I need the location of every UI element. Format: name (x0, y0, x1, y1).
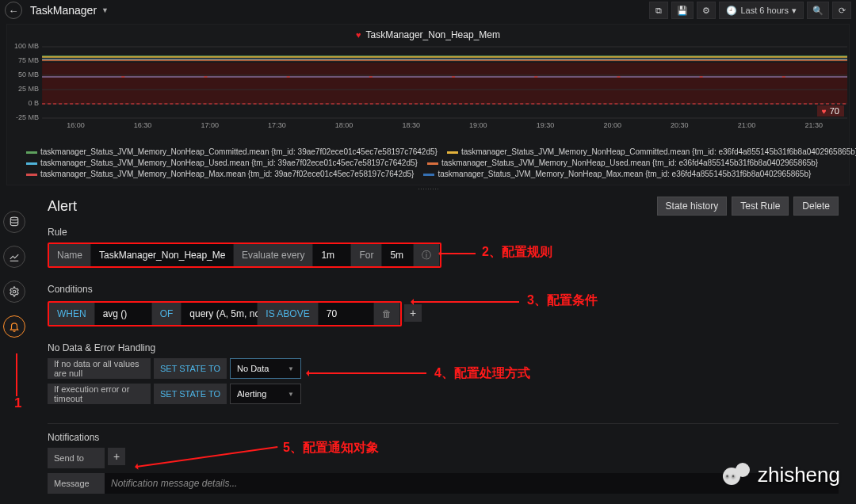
tab-visualization[interactable] (3, 246, 25, 268)
legend-swatch (427, 162, 438, 165)
annotation-5: 5、配置通知对象 (283, 440, 379, 456)
for-field[interactable] (390, 250, 405, 261)
svg-text:16:30: 16:30 (134, 121, 152, 129)
error-select[interactable]: Alerting ▼ (230, 384, 301, 404)
conditions-highlight-box: WHEN avg () OF query (A, 5m, now) IS ABO… (48, 301, 402, 326)
svg-point-33 (13, 290, 16, 293)
annotation-3: 3、配置条件 (527, 292, 598, 309)
time-range-picker[interactable]: 🕘 Last 6 hours ▾ (719, 2, 804, 19)
notifications-title: Notifications (48, 423, 839, 448)
annotation-2: 2、配置规则 (482, 244, 552, 261)
watermark-text: zhisheng (758, 463, 840, 487)
svg-point-32 (10, 217, 17, 220)
save-button[interactable]: 💾 (671, 2, 694, 19)
arrow-4 (308, 372, 426, 374)
zoom-out-button[interactable]: 🔍 (807, 2, 829, 19)
nodata-value: No Data (237, 364, 269, 373)
share-button[interactable]: ⧉ (649, 2, 668, 19)
svg-text:0 B: 0 B (29, 99, 40, 107)
caret-down-icon: ▼ (288, 365, 294, 372)
wechat-icon: • • (720, 461, 751, 488)
setstateto-label-1: SET STATE TO (154, 358, 227, 379)
svg-text:17:00: 17:00 (201, 121, 219, 129)
state-history-button[interactable]: State history (657, 197, 728, 216)
add-condition-button[interactable]: + (404, 304, 422, 322)
arrow-2 (440, 253, 476, 254)
legend-label[interactable]: taskmanager_Status_JVM_Memory_NonHeap_Us… (40, 158, 418, 167)
svg-text:21:30: 21:30 (804, 121, 823, 129)
gear-icon (9, 286, 20, 297)
error-value: Alerting (237, 389, 266, 399)
svg-text:17:30: 17:30 (268, 121, 286, 129)
threshold-input[interactable] (319, 303, 374, 325)
legend-swatch (423, 174, 434, 176)
evaluate-every-label: Evaluate every (234, 244, 313, 266)
evaluate-every-input[interactable] (313, 244, 351, 266)
evaluate-every-field[interactable] (321, 250, 342, 261)
test-rule-button[interactable]: Test Rule (732, 197, 789, 216)
legend-swatch (447, 151, 458, 154)
bell-icon (9, 321, 20, 332)
svg-text:100 MB: 100 MB (14, 44, 39, 50)
threshold-field[interactable] (327, 308, 365, 319)
legend-label[interactable]: taskmanager_Status_JVM_Memory_NonHeap_Ma… (438, 170, 811, 178)
isabove-keyword[interactable]: IS ABOVE (258, 303, 318, 325)
back-button[interactable]: ← (5, 2, 22, 19)
legend-label[interactable]: taskmanager_Status_JVM_Memory_NonHeap_Ma… (40, 170, 414, 178)
svg-text:-25 MB: -25 MB (16, 113, 39, 121)
threshold-badge: ♥ 70 (817, 105, 844, 116)
chart-legend: taskmanager_Status_JVM_Memory_NonHeap_Co… (7, 145, 849, 183)
legend-swatch (26, 162, 37, 165)
tab-alert[interactable] (3, 315, 25, 338)
svg-text:25 MB: 25 MB (18, 85, 39, 93)
broken-heart-icon: ♥ (822, 107, 827, 116)
add-channel-button[interactable]: + (108, 448, 125, 465)
panel-title[interactable]: ♥ TaskManager_Non_Heap_Mem (7, 28, 849, 44)
caret-down-icon: ▾ (792, 6, 797, 16)
annotation-4: 4、配置处理方式 (434, 365, 530, 382)
legend-label[interactable]: taskmanager_Status_JVM_Memory_NonHeap_Co… (461, 147, 856, 156)
query-select[interactable]: query (A, 5m, now) (182, 303, 258, 325)
setstateto-label-2: SET STATE TO (154, 384, 227, 404)
tab-queries[interactable] (3, 211, 25, 233)
svg-text:50 MB: 50 MB (18, 71, 39, 78)
error-label: If execution error or timeout (48, 384, 151, 404)
chart-svg: 100 MB75 MB50 MB25 MB0 B-25 MB 16:0016:3… (7, 44, 849, 131)
watermark: • • zhisheng (720, 461, 840, 488)
of-keyword: OF (152, 303, 182, 325)
dashboard-title[interactable]: TaskManager ▼ (30, 4, 109, 17)
chart-area[interactable]: 100 MB75 MB50 MB25 MB0 B-25 MB 16:0016:3… (7, 44, 849, 145)
settings-button[interactable]: ⚙ (697, 2, 716, 19)
time-range-label: Last 6 hours (740, 6, 789, 15)
chart-panel: ♥ TaskManager_Non_Heap_Mem 100 MB75 MB50… (6, 24, 850, 185)
for-input[interactable] (382, 244, 414, 266)
refresh-button[interactable]: ⟳ (832, 2, 851, 19)
caret-down-icon: ▼ (288, 391, 294, 398)
editor-tab-rail (3, 211, 25, 338)
rule-name-input[interactable] (91, 244, 234, 266)
nodata-select[interactable]: No Data ▼ (230, 358, 301, 379)
svg-text:20:30: 20:30 (671, 121, 689, 129)
topbar: ← TaskManager ▼ ⧉ 💾 ⚙ 🕘 Last 6 hours ▾ 🔍… (0, 0, 856, 21)
svg-rect-0 (42, 63, 847, 104)
legend-swatch (26, 174, 37, 176)
rule-section: Rule Name Evaluate every For ⓘ (36, 219, 850, 276)
conditions-section: Conditions WHEN avg () OF query (A, 5m, … (36, 276, 850, 334)
annotation-1: 1 (14, 395, 21, 411)
rule-title: Rule (48, 219, 839, 242)
delete-button[interactable]: Delete (793, 197, 839, 216)
legend-label[interactable]: taskmanager_Status_JVM_Memory_NonHeap_Us… (441, 158, 818, 167)
svg-text:20:00: 20:00 (603, 121, 621, 129)
svg-text:21:00: 21:00 (738, 121, 756, 129)
when-keyword[interactable]: WHEN (49, 303, 95, 325)
annotation-line-1 (16, 353, 17, 396)
svg-text:18:00: 18:00 (335, 121, 353, 129)
alert-editor: Alert State history Test Rule Delete Rul… (36, 190, 850, 504)
clock-icon: 🕘 (726, 6, 737, 16)
aggregation-select[interactable]: avg () (95, 303, 152, 325)
rule-name-field[interactable] (99, 250, 225, 261)
message-label: Message (48, 473, 105, 494)
remove-condition-button[interactable]: 🗑 (374, 303, 400, 325)
legend-label[interactable]: taskmanager_Status_JVM_Memory_NonHeap_Co… (40, 147, 438, 156)
tab-general[interactable] (3, 281, 25, 303)
